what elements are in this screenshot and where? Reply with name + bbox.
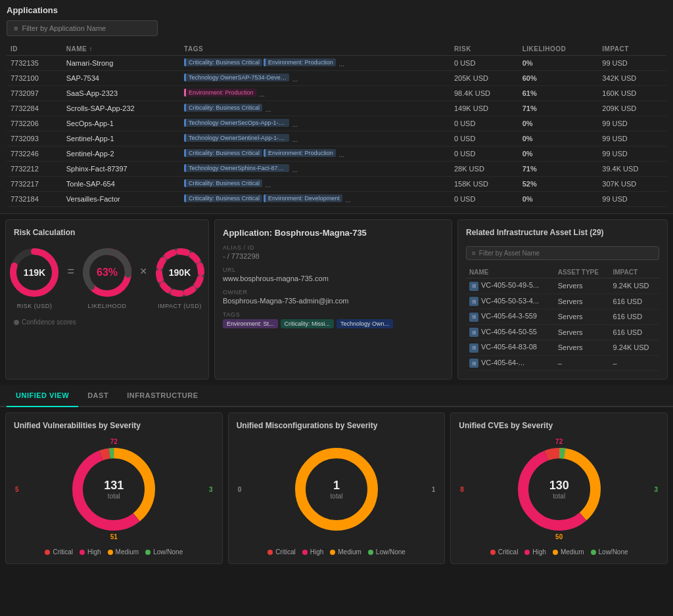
cve-label-left: 8	[460, 486, 464, 493]
asset-row[interactable]: ⊞VC-405-50-53-4... Servers 616 USD	[466, 294, 659, 309]
table-row[interactable]: 7732100 SAP-7534 Technology OwnerSAP-753…	[7, 71, 666, 86]
cve-title: Unified CVEs by Severity	[459, 421, 659, 430]
tabs-bar: UNIFIED VIEW DAST INFRASTRUCTURE	[0, 385, 673, 407]
asset-impact: 9.24K USD	[610, 278, 659, 294]
cell-likelihood: 71%	[519, 162, 599, 177]
cell-id: 7732100	[7, 71, 62, 86]
table-row[interactable]: 7732246 Sentinel-App-2 Criticality: Busi…	[7, 146, 666, 162]
cve-legend-low: Low/None	[591, 548, 628, 556]
cell-risk: 0 USD	[450, 192, 519, 207]
mc-dot-medium	[330, 550, 335, 555]
table-row[interactable]: 7732284 Scrolls-SAP-App-232 Criticality:…	[7, 101, 666, 116]
tag-more: ...	[344, 196, 351, 204]
cell-tags: Technology OwnerSAP-7534-Development@jin…	[180, 71, 450, 86]
misconfig-label-left: 0	[238, 486, 242, 493]
cell-likelihood: 0%	[519, 146, 599, 162]
cve-label-top: 72	[555, 438, 563, 445]
asset-type: Servers	[555, 324, 610, 340]
app-tag-chip: Environment: St...	[223, 319, 278, 328]
risk-value: 119K	[24, 267, 45, 278]
table-row[interactable]: 7732135 Namari-Strong Criticality: Busin…	[7, 56, 666, 71]
mc-dot-high	[302, 550, 308, 555]
col-name[interactable]: NAME ↑	[62, 43, 180, 56]
table-row[interactable]: 7732206 SecOps-App-1 Technology OwnerSec…	[7, 116, 666, 131]
tag-more: ...	[290, 136, 298, 143]
tag-badge: Environment: Production	[264, 149, 336, 157]
tag-badge: Environment: Production	[184, 89, 256, 97]
cell-id: 7732097	[7, 86, 62, 101]
vuln-label-bottom: 51	[110, 533, 118, 540]
tab-infrastructure[interactable]: INFRASTRUCTURE	[118, 385, 207, 407]
tab-unified-view[interactable]: UNIFIED VIEW	[7, 385, 78, 407]
vulnerabilities-chart: Unified Vulnerabilities by Severity 13	[5, 412, 223, 564]
alias-label: ALIAS / ID	[223, 244, 444, 251]
asset-row[interactable]: ⊞VC-405-50-49-5... Servers 9.24K USD	[466, 278, 659, 294]
cve-legend: Critical High Medium Low/None	[459, 548, 659, 556]
tags-label: TAGS	[223, 311, 444, 318]
tag-more: ...	[264, 181, 271, 188]
col-risk: RISK	[450, 43, 519, 56]
mc-legend-critical: Critical	[267, 548, 296, 556]
applications-section: Applications ≡ Filter by Application Nam…	[0, 0, 673, 214]
owner-field: OWNER Bosphrous-Magna-735-admin@jin.com	[223, 289, 444, 305]
table-row[interactable]: 7732184 Versailles-Factor Criticality: B…	[7, 192, 666, 207]
cve-dot-low	[591, 550, 596, 555]
infra-filter[interactable]: ≡ Filter by Asset Name	[466, 246, 659, 260]
likelihood-donut-wrap: 63% LIKELIHOOD	[81, 246, 133, 309]
cell-id: 7732093	[7, 131, 62, 146]
cell-impact: 39.4K USD	[598, 162, 666, 177]
misconfig-center: 1 total	[331, 479, 343, 500]
cell-likelihood: 71%	[519, 101, 599, 116]
cell-id: 7732184	[7, 192, 62, 207]
cell-risk: 0 USD	[450, 56, 519, 71]
cve-dot-high	[524, 550, 530, 555]
tag-badge: Criticality: Business Critical	[184, 149, 262, 157]
cve-legend-critical: Critical	[490, 548, 519, 556]
impact-label: IMPACT (USD)	[158, 303, 202, 309]
cell-tags: Technology OwnerSphinx-Fact-87397-Develo…	[180, 162, 450, 177]
cell-impact: 99 USD	[598, 131, 666, 146]
asset-row[interactable]: ⊞VC-405-64-3-559 Servers 616 USD	[466, 309, 659, 325]
tab-dast[interactable]: DAST	[78, 385, 118, 407]
likelihood-value: 63%	[97, 267, 118, 278]
legend-dot-medium	[108, 550, 113, 555]
cell-name: Versailles-Factor	[62, 192, 180, 207]
table-row[interactable]: 7732217 Tonle-SAP-654 Criticality: Busin…	[7, 177, 666, 192]
cell-id: 7732284	[7, 101, 62, 116]
cell-likelihood: 0%	[519, 56, 599, 71]
table-row[interactable]: 7732212 Sphinx-Fact-87397 Technology Own…	[7, 162, 666, 177]
asset-row[interactable]: ⊞VC-405-64-... – –	[466, 355, 659, 371]
legend-dot-critical	[45, 550, 50, 555]
asset-row[interactable]: ⊞VC-405-64-50-55 Servers 616 USD	[466, 324, 659, 340]
misconfig-title: Unified Misconfigurations by Severity	[237, 421, 437, 430]
tag-badge: Criticality: Business Critical	[184, 179, 262, 187]
tag-badge: Environment: Production	[264, 58, 336, 66]
cell-name: Sphinx-Fact-87397	[62, 162, 180, 177]
table-header: ID NAME ↑ TAGS RISK LIKELIHOOD IMPACT	[7, 43, 666, 56]
asset-impact: 616 USD	[610, 324, 659, 340]
vuln-label-top: 72	[110, 438, 118, 445]
asset-impact: 616 USD	[610, 294, 659, 309]
confidence-scores: Confidence scores	[14, 319, 200, 326]
cell-likelihood: 0%	[519, 131, 599, 146]
col-asset-impact: IMPACT	[610, 267, 659, 278]
server-icon: ⊞	[469, 297, 478, 306]
table-row[interactable]: 7732097 SaaS-App-2323 Environment: Produ…	[7, 86, 666, 101]
page-title: Applications	[7, 5, 666, 15]
app-filter-bar[interactable]: ≡ Filter by Application Name	[7, 20, 158, 36]
risk-donut-wrap: 119K RISK (USD)	[8, 246, 60, 309]
table-row[interactable]: 7732093 Sentinel-App-1 Technology OwnerS…	[7, 131, 666, 146]
legend-high: High	[80, 548, 101, 556]
tag-more: ...	[337, 151, 344, 158]
cve-legend-high: High	[524, 548, 546, 556]
asset-name: ⊞VC-405-64-...	[466, 355, 555, 371]
asset-row[interactable]: ⊞VC-405-64-83-08 Servers 9.24K USD	[466, 340, 659, 356]
cell-name: Sentinel-App-1	[62, 131, 180, 146]
tag-more: ...	[337, 60, 344, 68]
tag-badge: Technology OwnerSAP-7534-Development@jin…	[184, 74, 289, 81]
cell-id: 7732217	[7, 177, 62, 192]
server-icon: ⊞	[469, 359, 478, 368]
cves-chart: Unified CVEs by Severity 130 total	[450, 412, 668, 564]
url-label: URL	[223, 267, 444, 273]
cell-impact: 99 USD	[598, 146, 666, 162]
